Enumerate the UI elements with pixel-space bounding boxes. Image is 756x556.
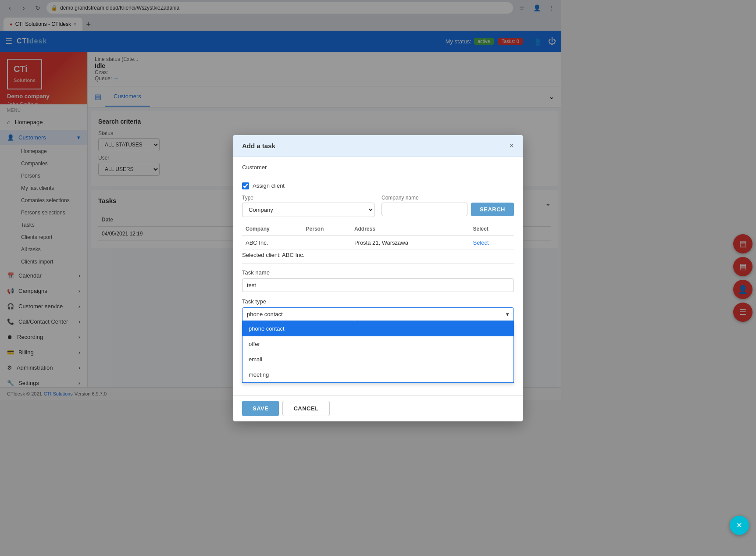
dialog-header: Add a task × xyxy=(233,135,523,157)
result-row: ABC Inc. Prosta 21, Warszawa Select xyxy=(242,235,514,249)
result-address: Prosta 21, Warszawa xyxy=(351,235,470,249)
type-company-row: Type Company Company name SEARCH xyxy=(242,195,514,217)
cancel-button[interactable]: CANCEL xyxy=(282,401,329,416)
company-name-group: Company name SEARCH xyxy=(382,195,514,217)
task-type-dropdown[interactable]: phone contact ▾ phone contact offer emai… xyxy=(242,307,514,321)
type-select[interactable]: Company xyxy=(242,203,374,217)
selected-client-text: Selected client: ABC Inc. xyxy=(242,252,514,258)
select-link[interactable]: Select xyxy=(473,239,489,246)
option-email[interactable]: email xyxy=(242,352,514,367)
customer-label: Customer xyxy=(242,164,514,171)
modal-overlay: Add a task × Customer Assign client Type… xyxy=(0,0,561,417)
add-task-dialog: Add a task × Customer Assign client Type… xyxy=(233,135,523,417)
task-name-input[interactable] xyxy=(242,278,514,292)
col-select: Select xyxy=(470,222,514,236)
save-button[interactable]: SAVE xyxy=(242,401,279,416)
company-name-label: Company name xyxy=(382,195,514,201)
option-meeting[interactable]: meeting xyxy=(242,367,514,382)
task-type-label: Task type xyxy=(242,298,514,305)
type-group: Type Company xyxy=(242,195,374,217)
col-person: Person xyxy=(303,222,351,236)
result-person xyxy=(303,235,351,249)
assign-client-row: Assign client xyxy=(242,182,514,189)
option-offer[interactable]: offer xyxy=(242,336,514,352)
task-type-section: Task type phone contact ▾ phone contact … xyxy=(242,298,514,321)
task-name-section: Task name xyxy=(242,269,514,292)
col-company: Company xyxy=(242,222,303,236)
company-name-input[interactable] xyxy=(382,203,467,216)
divider1 xyxy=(242,177,514,177)
dropdown-selected-value[interactable]: phone contact ▾ xyxy=(242,307,514,321)
customer-section: Customer xyxy=(242,164,514,171)
dialog-body: Customer Assign client Type Company Comp… xyxy=(233,157,523,395)
dialog-title: Add a task xyxy=(242,142,275,150)
divider2 xyxy=(242,264,514,264)
chevron-down-icon: ▾ xyxy=(506,311,509,317)
type-label: Type xyxy=(242,195,374,201)
search-button[interactable]: SEARCH xyxy=(471,203,514,216)
option-phone-contact[interactable]: phone contact xyxy=(242,321,514,336)
assign-client-label: Assign client xyxy=(253,182,285,189)
dialog-close-button[interactable]: × xyxy=(509,141,514,150)
col-address: Address xyxy=(351,222,470,236)
assign-client-checkbox[interactable] xyxy=(242,182,249,189)
task-name-label: Task name xyxy=(242,269,514,276)
result-company: ABC Inc. xyxy=(242,235,303,249)
search-results-table: Company Person Address Select ABC Inc. P… xyxy=(242,222,514,250)
dialog-actions: SAVE CANCEL xyxy=(233,395,523,417)
dropdown-list: phone contact offer email meeting xyxy=(242,321,514,383)
